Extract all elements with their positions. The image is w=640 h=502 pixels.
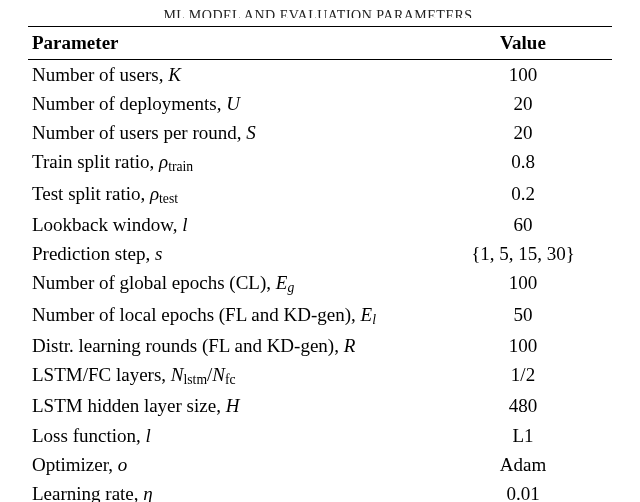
value-cell: 100 — [434, 269, 612, 300]
table-row: Number of users per round, S20 — [28, 119, 612, 148]
value-cell: 0.2 — [434, 179, 612, 210]
table-header-row: Parameter Value — [28, 27, 612, 60]
table-row: Loss function, lL1 — [28, 421, 612, 450]
param-cell: Number of deployments, U — [28, 89, 434, 118]
value-cell: 1/2 — [434, 361, 612, 392]
header-parameter: Parameter — [28, 27, 434, 60]
value-cell: 20 — [434, 89, 612, 118]
param-cell: Number of local epochs (FL and KD-gen), … — [28, 300, 434, 331]
table-row: Learning rate, η0.01 — [28, 480, 612, 502]
table-row: Prediction step, s{1, 5, 15, 30} — [28, 240, 612, 269]
table-row: LSTM hidden layer size, H480 — [28, 392, 612, 421]
table-row: Optimizer, oAdam — [28, 450, 612, 479]
param-cell: Distr. learning rounds (FL and KD-gen), … — [28, 331, 434, 360]
param-cell: LSTM/FC layers, Nlstm/Nfc — [28, 361, 434, 392]
param-cell: LSTM hidden layer size, H — [28, 392, 434, 421]
value-cell: 50 — [434, 300, 612, 331]
value-cell: 0.8 — [434, 148, 612, 179]
param-cell: Number of users per round, S — [28, 119, 434, 148]
value-cell: {1, 5, 15, 30} — [434, 240, 612, 269]
table-row: Number of global epochs (CL), Eg100 — [28, 269, 612, 300]
value-cell: Adam — [434, 450, 612, 479]
table-row: Number of deployments, U20 — [28, 89, 612, 118]
table-row: LSTM/FC layers, Nlstm/Nfc1/2 — [28, 361, 612, 392]
param-cell: Test split ratio, ρtest — [28, 179, 434, 210]
value-cell: L1 — [434, 421, 612, 450]
table-caption: ML MODEL AND EVALUATION PARAMETERS. — [28, 8, 612, 18]
parameters-table: Parameter Value Number of users, K100Num… — [28, 26, 612, 502]
value-cell: 60 — [434, 210, 612, 239]
table-row: Lookback window, l60 — [28, 210, 612, 239]
value-cell: 20 — [434, 119, 612, 148]
page: ML MODEL AND EVALUATION PARAMETERS. Para… — [0, 0, 640, 502]
value-cell: 100 — [434, 60, 612, 90]
value-cell: 100 — [434, 331, 612, 360]
table-row: Distr. learning rounds (FL and KD-gen), … — [28, 331, 612, 360]
param-cell: Prediction step, s — [28, 240, 434, 269]
param-cell: Number of users, K — [28, 60, 434, 90]
value-cell: 0.01 — [434, 480, 612, 502]
header-value: Value — [434, 27, 612, 60]
param-cell: Optimizer, o — [28, 450, 434, 479]
param-cell: Lookback window, l — [28, 210, 434, 239]
table-row: Number of local epochs (FL and KD-gen), … — [28, 300, 612, 331]
param-cell: Learning rate, η — [28, 480, 434, 502]
param-cell: Loss function, l — [28, 421, 434, 450]
table-row: Number of users, K100 — [28, 60, 612, 90]
table-row: Test split ratio, ρtest0.2 — [28, 179, 612, 210]
param-cell: Train split ratio, ρtrain — [28, 148, 434, 179]
table-body: Number of users, K100Number of deploymen… — [28, 60, 612, 502]
param-cell: Number of global epochs (CL), Eg — [28, 269, 434, 300]
table-row: Train split ratio, ρtrain0.8 — [28, 148, 612, 179]
value-cell: 480 — [434, 392, 612, 421]
